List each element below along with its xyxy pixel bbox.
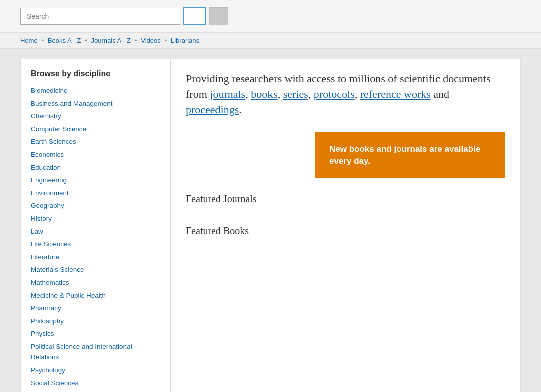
sidebar-link-pharmacy[interactable]: Pharmacy bbox=[31, 304, 61, 312]
list-item: Literature bbox=[31, 252, 160, 263]
sidebar-link-materials-science[interactable]: Materials Science bbox=[31, 266, 84, 273]
list-item: History bbox=[31, 213, 160, 224]
list-item: Mathematics bbox=[31, 277, 160, 288]
sidebar-link-earth-sciences[interactable]: Earth Sciences bbox=[31, 138, 76, 145]
content-area: Providing researchers with access to mil… bbox=[171, 59, 520, 392]
sidebar-link-philosophy[interactable]: Philosophy bbox=[31, 317, 64, 325]
nav-journals-az[interactable]: Journals A - Z bbox=[91, 37, 131, 44]
main-content: Browse by discipline Biomedicine Busines… bbox=[20, 59, 521, 392]
sidebar-link-business[interactable]: Business and Management bbox=[31, 100, 113, 107]
featured-books-title: Featured Books bbox=[186, 225, 505, 242]
sidebar-link-engineering[interactable]: Engineering bbox=[31, 176, 67, 184]
hero-link-reference-works[interactable]: reference works bbox=[360, 88, 431, 100]
list-item: Economics bbox=[31, 149, 160, 160]
sidebar-link-literature[interactable]: Literature bbox=[31, 253, 59, 261]
search-button[interactable] bbox=[183, 7, 206, 25]
nav-sep-3: • bbox=[135, 37, 137, 44]
list-item: Chemistry bbox=[31, 111, 160, 122]
list-item: Social Sciences bbox=[31, 378, 160, 389]
hero-link-books[interactable]: books bbox=[251, 88, 278, 100]
sidebar-link-mathematics[interactable]: Mathematics bbox=[31, 279, 69, 286]
hero-link-proceedings[interactable]: proceedings bbox=[186, 103, 239, 116]
sidebar: Browse by discipline Biomedicine Busines… bbox=[21, 59, 171, 392]
nav-sep-2: • bbox=[85, 37, 87, 44]
sidebar-link-geography[interactable]: Geography bbox=[31, 202, 64, 209]
list-item: Business and Management bbox=[31, 98, 160, 109]
hero-link-series[interactable]: series bbox=[283, 88, 308, 100]
list-item: Political Science and International Rela… bbox=[31, 341, 160, 363]
featured-books-section: Featured Books bbox=[186, 225, 505, 242]
featured-journals-title: Featured Journals bbox=[186, 193, 505, 210]
nav-books-az[interactable]: Books A - Z bbox=[48, 37, 81, 44]
nav-videos[interactable]: Videos bbox=[141, 37, 161, 44]
featured-journals-section: Featured Journals bbox=[186, 193, 505, 210]
sidebar-link-political-science[interactable]: Political Science and International Rela… bbox=[31, 343, 132, 361]
hero-link-protocols[interactable]: protocols bbox=[314, 88, 355, 100]
nav-sep-1: • bbox=[42, 37, 44, 44]
hero-text: Providing researchers with access to mil… bbox=[186, 71, 505, 117]
sidebar-link-economics[interactable]: Economics bbox=[31, 151, 64, 158]
search-container bbox=[20, 7, 228, 25]
orange-banner: New books and journals are available eve… bbox=[315, 132, 505, 178]
sidebar-link-computer-science[interactable]: Computer Science bbox=[31, 125, 86, 133]
list-item: Education bbox=[31, 162, 160, 173]
sidebar-link-medicine[interactable]: Medicine & Public Health bbox=[31, 292, 106, 299]
sidebar-link-social-sciences[interactable]: Social Sciences bbox=[31, 379, 78, 387]
sidebar-link-chemistry[interactable]: Chemistry bbox=[31, 112, 61, 120]
sidebar-link-life-sciences[interactable]: Life Sciences bbox=[31, 240, 71, 248]
list-item: Medicine & Public Health bbox=[31, 290, 160, 301]
sidebar-list: Biomedicine Business and Management Chem… bbox=[31, 85, 160, 392]
nav-librarians[interactable]: Librarians bbox=[171, 37, 199, 44]
sidebar-link-environment[interactable]: Environment bbox=[31, 189, 69, 197]
list-item: Earth Sciences bbox=[31, 136, 160, 147]
banner-text: New books and journals are available eve… bbox=[329, 144, 480, 166]
sidebar-title: Browse by discipline bbox=[31, 69, 160, 78]
list-item: Engineering bbox=[31, 175, 160, 186]
sidebar-link-physics[interactable]: Physics bbox=[31, 330, 54, 337]
top-bar bbox=[0, 0, 541, 33]
search-input[interactable] bbox=[20, 8, 180, 25]
list-item: Philosophy bbox=[31, 316, 160, 327]
advanced-search-button[interactable] bbox=[209, 7, 228, 25]
list-item: Environment bbox=[31, 188, 160, 199]
sidebar-link-biomedicine[interactable]: Biomedicine bbox=[31, 87, 68, 94]
sidebar-link-law[interactable]: Law bbox=[31, 228, 43, 235]
sidebar-link-history[interactable]: History bbox=[31, 215, 52, 222]
list-item: Physics bbox=[31, 328, 160, 339]
list-item: Geography bbox=[31, 200, 160, 211]
list-item: Psychology bbox=[31, 365, 160, 376]
sidebar-link-psychology[interactable]: Psychology bbox=[31, 366, 65, 374]
nav-bar: Home • Books A - Z • Journals A - Z • Vi… bbox=[0, 33, 541, 49]
list-item: Materials Science bbox=[31, 264, 160, 275]
list-item: Pharmacy bbox=[31, 303, 160, 314]
sidebar-link-education[interactable]: Education bbox=[31, 164, 61, 171]
nav-sep-4: • bbox=[165, 37, 167, 44]
list-item: Computer Science bbox=[31, 124, 160, 135]
list-item: Biomedicine bbox=[31, 85, 160, 96]
list-item: Law bbox=[31, 226, 160, 237]
hero-link-journals[interactable]: journals bbox=[210, 88, 245, 100]
nav-home[interactable]: Home bbox=[20, 37, 38, 44]
list-item: Life Sciences bbox=[31, 239, 160, 250]
